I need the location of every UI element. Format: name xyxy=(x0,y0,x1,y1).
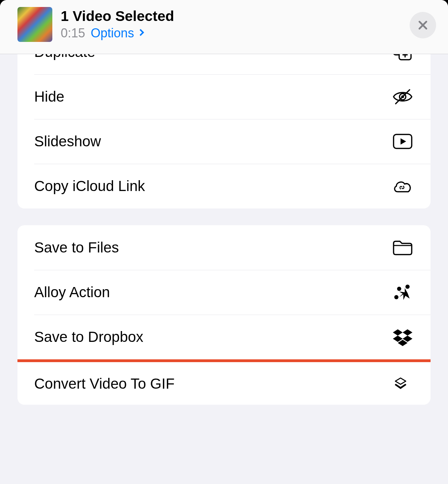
alloy-action[interactable]: Alloy Action xyxy=(17,270,431,315)
share-sheet: 1 Video Selected 0:15 Options Duplicate xyxy=(0,0,448,484)
header-text: 1 Video Selected 0:15 Options xyxy=(61,8,431,40)
copy-icloud-link-action[interactable]: Copy iCloud Link xyxy=(17,164,431,208)
close-button[interactable] xyxy=(410,12,436,38)
svg-point-9 xyxy=(394,295,398,299)
slideshow-action[interactable]: Slideshow xyxy=(17,119,431,164)
options-button[interactable]: Options xyxy=(91,26,143,41)
action-label: Hide xyxy=(34,88,64,105)
alloy-icon xyxy=(391,283,414,301)
save-to-dropbox-action[interactable]: Save to Dropbox xyxy=(17,315,431,359)
convert-video-to-gif-action[interactable]: Convert Video To GIF xyxy=(17,362,431,405)
action-label: Convert Video To GIF xyxy=(34,375,174,392)
hide-action[interactable]: Hide xyxy=(17,74,431,119)
chevron-right-icon xyxy=(137,29,144,36)
options-label: Options xyxy=(91,26,134,41)
svg-point-8 xyxy=(405,285,410,289)
action-group-1: Duplicate Hide xyxy=(17,54,431,208)
action-label: Duplicate xyxy=(34,54,95,60)
action-label: Slideshow xyxy=(34,133,101,150)
save-to-files-action[interactable]: Save to Files xyxy=(17,225,431,270)
video-duration: 0:15 xyxy=(61,26,85,41)
action-label: Save to Dropbox xyxy=(34,329,143,345)
svg-point-7 xyxy=(397,287,401,291)
play-rectangle-icon xyxy=(391,132,414,151)
action-label: Alloy Action xyxy=(34,284,110,301)
duplicate-icon xyxy=(391,54,414,61)
shortcuts-icon xyxy=(391,375,414,393)
close-icon xyxy=(417,19,429,31)
eye-slash-icon xyxy=(391,88,414,106)
action-group-2: Save to Files Alloy Action xyxy=(17,225,431,405)
action-label: Save to Files xyxy=(34,239,119,256)
actions-content: Duplicate Hide xyxy=(0,54,448,484)
svg-line-4 xyxy=(396,90,410,104)
action-label: Copy iCloud Link xyxy=(34,178,145,195)
sheet-title: 1 Video Selected xyxy=(61,8,431,24)
video-thumbnail[interactable] xyxy=(17,7,52,42)
share-sheet-header: 1 Video Selected 0:15 Options xyxy=(0,0,448,54)
highlighted-action: Convert Video To GIF xyxy=(17,359,431,405)
duplicate-action[interactable]: Duplicate xyxy=(17,54,431,74)
cloud-link-icon xyxy=(391,177,414,195)
subtitle-row: 0:15 Options xyxy=(61,26,431,41)
folder-icon xyxy=(391,239,414,257)
dropbox-icon xyxy=(391,328,414,346)
